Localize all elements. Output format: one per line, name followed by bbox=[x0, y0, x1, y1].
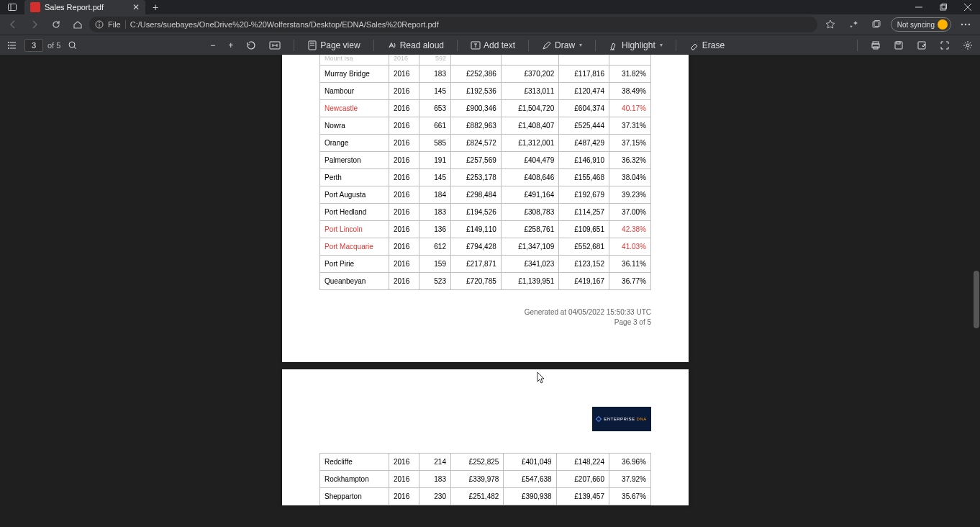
fit-page-button[interactable] bbox=[266, 37, 283, 54]
highlight-label: Highlight bbox=[622, 40, 655, 50]
table-row: Redcliffe 2016 214 £252,825 £401,049 £14… bbox=[320, 454, 651, 471]
profile-sync-button[interactable]: Not syncing bbox=[891, 17, 951, 32]
contents-button[interactable] bbox=[4, 37, 20, 54]
save-as-button[interactable] bbox=[914, 37, 930, 54]
svg-rect-34 bbox=[897, 42, 900, 44]
url-input[interactable]: File C:/Users/suebayes/OneDrive%20-%20Wo… bbox=[89, 17, 817, 32]
draw-button[interactable]: Draw ▾ bbox=[539, 37, 585, 54]
fullscreen-button[interactable] bbox=[937, 37, 953, 54]
window-close-button[interactable] bbox=[956, 0, 980, 14]
read-aloud-button[interactable]: Read aloud bbox=[384, 37, 447, 54]
add-text-label: Add text bbox=[484, 40, 515, 50]
highlight-button[interactable]: Highlight ▾ bbox=[606, 37, 666, 54]
table-row: Mount Isa 2016 592 bbox=[320, 55, 651, 66]
collections-button[interactable] bbox=[868, 16, 885, 33]
chevron-down-icon: ▾ bbox=[579, 42, 582, 48]
page-count-label: of 5 bbox=[47, 41, 60, 50]
home-icon bbox=[73, 19, 83, 30]
table-row: Port Lincoln 2016 136 £149,110 £258,761 … bbox=[320, 221, 651, 238]
pdf-page-4: ENTERPRISE DNA Redcliffe 2016 214 £252,8… bbox=[282, 369, 689, 505]
url-scheme-label: File bbox=[108, 20, 126, 29]
draw-label: Draw bbox=[555, 40, 575, 50]
browser-tab[interactable]: Sales Report.pdf ✕ bbox=[24, 0, 145, 14]
svg-point-13 bbox=[965, 24, 966, 25]
table-row: Perth 2016 145 £253,178 £408,646 £155,46… bbox=[320, 169, 651, 186]
svg-point-36 bbox=[966, 44, 969, 47]
favorites-button[interactable] bbox=[822, 16, 839, 33]
svg-line-22 bbox=[74, 47, 76, 49]
more-horizontal-icon bbox=[960, 19, 971, 30]
pdf-toolbar: of 5 − + Page view Read aloud Add text bbox=[0, 35, 980, 55]
read-aloud-label: Read aloud bbox=[400, 40, 444, 50]
window-titlebar: Sales Report.pdf ✕ + bbox=[0, 0, 980, 14]
tab-actions-button[interactable] bbox=[0, 0, 24, 14]
star-outline-icon bbox=[825, 19, 835, 30]
enterprise-dna-logo: ENTERPRISE DNA bbox=[592, 407, 651, 431]
window-restore-button[interactable] bbox=[931, 0, 956, 14]
search-icon bbox=[68, 40, 78, 50]
svg-rect-0 bbox=[9, 4, 17, 11]
pdf-page-3: Mount Isa 2016 592 Murray Bridge 2016 18… bbox=[282, 55, 689, 362]
collections-icon bbox=[871, 19, 881, 30]
find-button[interactable] bbox=[65, 37, 81, 54]
zoom-in-button[interactable]: + bbox=[225, 37, 236, 54]
pdf-favicon-icon bbox=[30, 2, 40, 12]
new-tab-button[interactable]: + bbox=[145, 0, 165, 14]
nav-back-button[interactable] bbox=[3, 16, 23, 33]
table-row: Newcastle 2016 653 £900,346 £1,504,720 £… bbox=[320, 100, 651, 117]
generated-timestamp: Generated at 04/05/2022 15:50:33 UTC bbox=[319, 307, 651, 317]
address-bar: File C:/Users/suebayes/OneDrive%20-%20Wo… bbox=[0, 14, 980, 35]
table-row: Port Augusta 2016 184 £298,484 £491,164 … bbox=[320, 186, 651, 204]
print-icon bbox=[871, 40, 881, 50]
scrollbar-thumb[interactable] bbox=[974, 271, 979, 328]
pdf-settings-button[interactable] bbox=[960, 37, 976, 54]
window-minimize-button[interactable] bbox=[907, 0, 931, 14]
svg-point-12 bbox=[961, 24, 963, 25]
page-number-input[interactable] bbox=[24, 39, 43, 52]
read-aloud-icon bbox=[387, 40, 397, 50]
svg-rect-3 bbox=[940, 5, 945, 10]
table-row: Murray Bridge 2016 183 £252,386 £370,202… bbox=[320, 66, 651, 83]
panel-icon bbox=[8, 3, 17, 12]
pdf-viewport[interactable]: Mount Isa 2016 592 Murray Bridge 2016 18… bbox=[0, 55, 980, 527]
table-row: Port Hedland 2016 183 £194,526 £308,783 … bbox=[320, 204, 651, 221]
page-view-icon bbox=[307, 40, 317, 50]
table-row: Nambour 2016 145 £192,536 £313,011 £120,… bbox=[320, 83, 651, 100]
rotate-button[interactable] bbox=[243, 37, 259, 54]
fullscreen-icon bbox=[940, 40, 950, 50]
add-text-button[interactable]: Add text bbox=[468, 37, 518, 54]
page-view-button[interactable]: Page view bbox=[304, 37, 363, 54]
table-row: Queanbeyan 2016 523 £720,785 £1,139,951 … bbox=[320, 273, 651, 290]
svg-point-21 bbox=[69, 42, 75, 48]
erase-button[interactable]: Erase bbox=[686, 37, 727, 54]
logo-mark-icon bbox=[596, 416, 602, 422]
chevron-down-icon: ▾ bbox=[660, 42, 663, 48]
sparkle-icon bbox=[848, 19, 858, 30]
sync-status-label: Not syncing bbox=[897, 21, 935, 29]
tab-close-button[interactable]: ✕ bbox=[132, 2, 140, 12]
print-button[interactable] bbox=[868, 37, 884, 54]
page-indicator: Page 3 of 5 bbox=[319, 317, 651, 328]
nav-home-button[interactable] bbox=[68, 16, 88, 33]
nav-refresh-button[interactable] bbox=[46, 16, 66, 33]
gear-icon bbox=[963, 40, 973, 50]
erase-icon bbox=[689, 40, 699, 50]
sales-table-page3: Mount Isa 2016 592 Murray Bridge 2016 18… bbox=[319, 55, 651, 290]
svg-point-20 bbox=[8, 48, 9, 49]
zoom-out-button[interactable]: − bbox=[207, 37, 218, 54]
pen-icon bbox=[542, 40, 552, 50]
save-icon bbox=[894, 40, 904, 50]
table-row: Nowra 2016 661 £882,963 £1,408,407 £525,… bbox=[320, 117, 651, 135]
info-icon bbox=[95, 20, 104, 29]
table-row: Shepparton 2016 230 £251,482 £390,938 £1… bbox=[320, 488, 651, 505]
rotate-icon bbox=[246, 40, 256, 50]
sales-table-page4: Redcliffe 2016 214 £252,825 £401,049 £14… bbox=[319, 453, 651, 505]
nav-forward-button[interactable] bbox=[24, 16, 45, 33]
svg-point-14 bbox=[968, 24, 970, 25]
arrow-right-icon bbox=[30, 19, 40, 30]
settings-more-button[interactable] bbox=[957, 16, 974, 33]
fit-icon bbox=[269, 40, 281, 50]
save-button[interactable] bbox=[891, 37, 907, 54]
table-row: Orange 2016 585 £824,572 £1,312,001 £487… bbox=[320, 135, 651, 152]
read-mode-button[interactable] bbox=[845, 16, 862, 33]
